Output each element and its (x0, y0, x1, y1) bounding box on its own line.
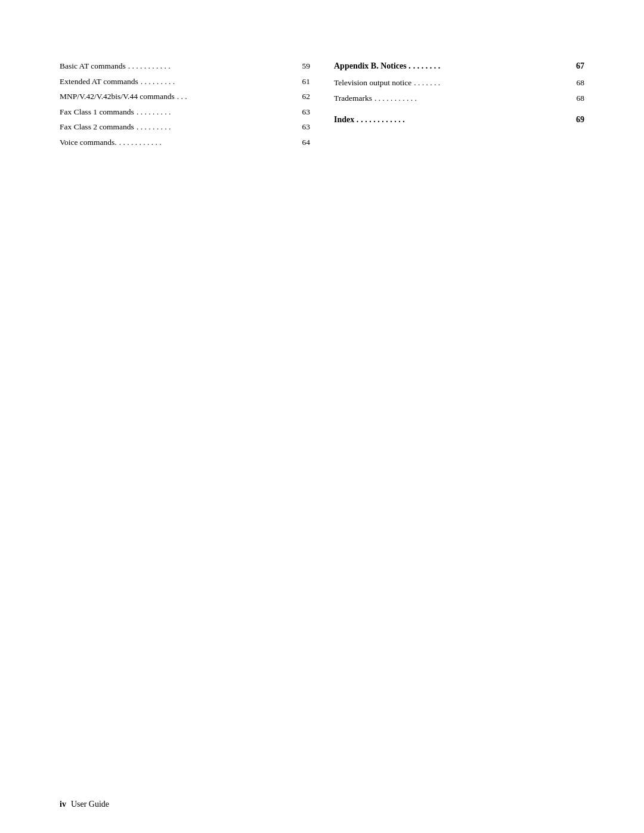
toc-heading: Appendix B. Notices . . . . . . . . 67 (334, 60, 584, 73)
footer: iv User Guide (60, 800, 584, 809)
toc-entry-label: Fax Class 2 commands (60, 120, 134, 134)
toc-entry-leaders: . . . . . . . . . (137, 106, 300, 119)
toc-entry: Voice commands. . . . . . . . . . . . 64 (60, 136, 310, 149)
toc-entry-label: Trademarks (334, 92, 372, 105)
toc-left: Basic AT commands . . . . . . . . . . . … (60, 60, 310, 151)
toc-entry-leaders: . . . . . . . . . . . (374, 92, 574, 105)
footer-page-roman: iv (60, 800, 66, 809)
toc-entry: Basic AT commands . . . . . . . . . . . … (60, 60, 310, 73)
toc-heading-label: Appendix B. Notices . (334, 60, 411, 73)
toc-entry-page: 63 (302, 106, 311, 119)
toc-entry-page: 61 (302, 75, 311, 88)
toc-entry-page: 64 (302, 136, 311, 149)
toc-entry-page: 68 (577, 92, 585, 105)
toc-right: Appendix B. Notices . . . . . . . . 67Te… (334, 60, 584, 151)
footer-label: User Guide (71, 800, 109, 809)
toc-entry-label: Basic AT commands (60, 60, 126, 73)
toc-entry: Fax Class 1 commands . . . . . . . . . 6… (60, 106, 310, 119)
toc-entry-leaders: . . . . . . . (414, 76, 574, 89)
toc-entry-leaders: . . . . . . . . . . . (128, 60, 300, 73)
toc-container: Basic AT commands . . . . . . . . . . . … (60, 60, 584, 151)
toc-entry-label: Extended AT commands (60, 75, 138, 88)
toc-entry-label: MNP/V.42/V.42bis/V.44 commands (60, 90, 175, 103)
toc-heading-leaders: . . . . . . . . . . . (361, 113, 574, 126)
toc-entry-leaders: . . . (177, 90, 300, 103)
toc-entry-label: Television output notice (334, 76, 411, 89)
toc-heading-label: Index . (334, 113, 358, 126)
toc-entry-label: Voice commands. (60, 136, 117, 149)
toc-heading-page: 69 (576, 113, 584, 126)
toc-entry-page: 62 (302, 90, 311, 103)
toc-heading-page: 67 (576, 60, 584, 73)
toc-heading: Index . . . . . . . . . . . . 69 (334, 113, 584, 126)
toc-entry: Trademarks . . . . . . . . . . . 68 (334, 92, 584, 105)
toc-entry-page: 63 (302, 120, 311, 134)
toc-entry-leaders: . . . . . . . . . (137, 120, 300, 134)
toc-entry-label: Fax Class 1 commands (60, 106, 134, 119)
toc-heading-leaders: . . . . . . . (413, 60, 574, 73)
toc-entry: Fax Class 2 commands . . . . . . . . . 6… (60, 120, 310, 134)
toc-entry: MNP/V.42/V.42bis/V.44 commands . . . 62 (60, 90, 310, 103)
toc-entry-leaders: . . . . . . . . . (141, 75, 300, 88)
page: Basic AT commands . . . . . . . . . . . … (0, 0, 644, 833)
toc-entry-page: 68 (577, 76, 585, 89)
toc-entry-leaders: . . . . . . . . . . . (119, 136, 300, 149)
toc-entry: Extended AT commands . . . . . . . . . 6… (60, 75, 310, 88)
toc-entry: Television output notice . . . . . . . 6… (334, 76, 584, 89)
toc-entry-page: 59 (302, 60, 311, 73)
